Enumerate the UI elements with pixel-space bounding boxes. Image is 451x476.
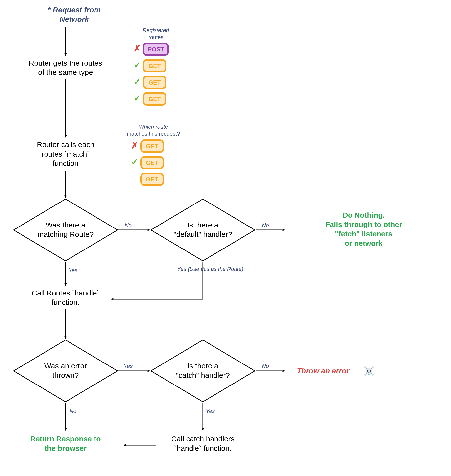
route-label-2: GET [148,79,161,86]
step2-line3: function [52,159,78,167]
route2-label-0: GET [146,143,158,150]
x-icon: ✗ [131,141,138,150]
callcatch-line2: `handle` function. [174,444,232,452]
callcatch-line1: Call catch handlers [171,435,234,443]
callhandle-line1: Call Routes `handle` [32,289,99,297]
decision3-line2: thrown? [52,371,79,379]
decision4-line2: "catch" handler? [176,371,230,379]
label-yesroute: Yes (Use this as the Route) [177,266,243,272]
decision4-diamond [151,340,255,402]
check-icon: ✓ [131,157,138,167]
legend1-line1: Registered [143,27,169,33]
skull-icon: ☠️ [364,366,374,376]
check-icon: ✓ [134,77,141,86]
routes-list-1: ✗ POST ✓ GET ✓ GET ✓ GET [134,43,168,105]
check-icon: ✓ [134,93,141,103]
routes-list-2: ✗ GET ✓ GET GET [131,140,163,185]
return-line1: Return Response to [30,435,101,443]
start-label-1: * Request from [48,6,100,14]
decision3-diamond [14,340,118,402]
x-icon: ✗ [134,44,141,53]
label-yes-2: Yes [124,363,133,369]
donothing-line2: Falls through to other [325,220,402,228]
donothing-line4: or network [345,239,383,247]
step2-line2: routes `match` [42,150,89,158]
legend1-line2: routes [148,34,163,40]
decision3-line1: Was an error [44,362,87,370]
decision2-diamond [151,199,255,261]
label-yes-3: Yes [206,408,215,414]
route-label-1: GET [148,63,161,69]
decision1-line1: Was there a [46,221,86,229]
route2-label-1: GET [146,159,158,166]
label-no-3: No [262,363,269,369]
throw-error-text: Throw an error [297,367,350,375]
start-label-2: Network [60,15,89,23]
label-no-1: No [125,222,132,228]
donothing-line1: Do Nothing. [343,211,385,219]
decision4-line1: Is there a [187,362,218,370]
label-yes-1: Yes [69,267,78,273]
check-icon: ✓ [134,60,141,70]
return-line2: the browser [45,444,87,452]
callhandle-line2: function. [51,298,79,306]
label-no-2: No [262,222,269,228]
route-label-0: POST [148,46,164,53]
decision1-diamond [14,199,118,261]
label-no-4: No [70,408,76,414]
legend2-line1: Which route [139,124,168,130]
decision2-line2: "default" handler? [174,230,232,238]
decision2-line1: Is there a [187,221,218,229]
route-label-3: GET [148,96,161,102]
step1-line2: of the same type [38,68,93,76]
route2-label-2: GET [146,176,158,183]
decision1-line2: matching Route? [38,230,94,238]
step2-line1: Router calls each [37,140,94,149]
step1-line1: Router gets the routes [29,59,102,67]
legend2-line2: matches this request? [127,131,180,137]
flowchart-diagram: * Request from Network Router gets the r… [0,0,451,476]
donothing-line3: "fetch" listeners [335,230,392,238]
